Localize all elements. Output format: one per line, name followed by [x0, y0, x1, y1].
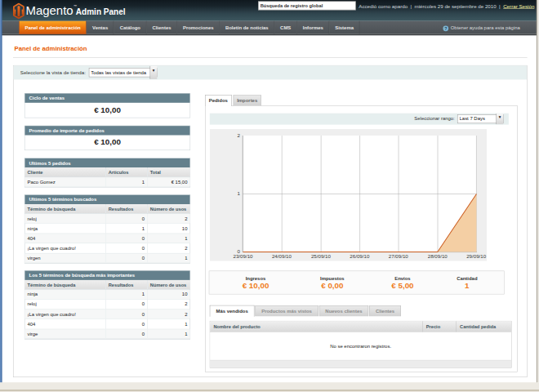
svg-text:29/09/10: 29/09/10: [466, 253, 487, 259]
svg-text:1: 1: [237, 190, 240, 196]
svg-text:25/09/10: 25/09/10: [311, 253, 332, 259]
svg-text:27/09/10: 27/09/10: [389, 253, 409, 259]
svg-text:28/09/10: 28/09/10: [428, 253, 448, 259]
svg-text:24/09/10: 24/09/10: [272, 253, 292, 259]
svg-text:23/09/10: 23/09/10: [234, 253, 254, 259]
svg-text:26/09/10: 26/09/10: [350, 253, 370, 259]
svg-text:2: 2: [237, 132, 240, 138]
